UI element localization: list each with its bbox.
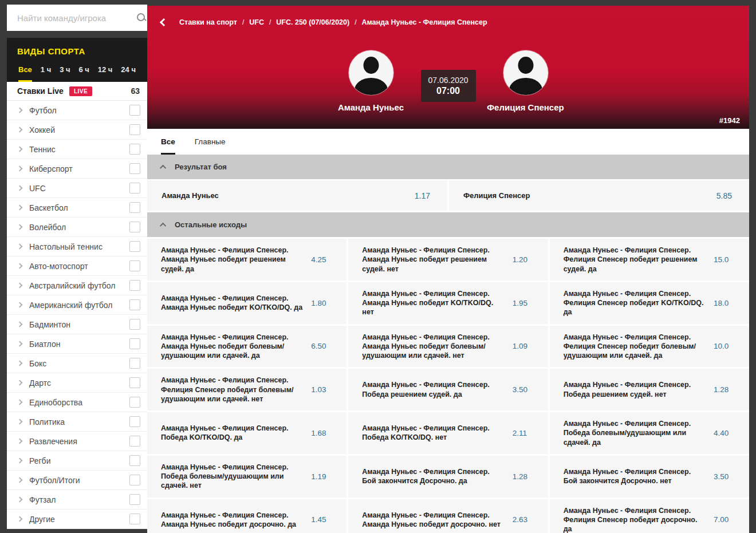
chevron-right-icon xyxy=(17,224,23,230)
outcome-name: Аманда Нуньес xyxy=(162,191,219,200)
bet-text: Аманда Нуньес - Фелиция Спенсер. Аманда … xyxy=(161,246,311,274)
sidebar-item-sport[interactable]: Настольный теннис xyxy=(7,237,147,256)
breadcrumb-item[interactable]: UFC xyxy=(249,18,264,26)
bet-cell[interactable]: Аманда Нуньес - Фелиция Спенсер. Победа … xyxy=(147,412,346,454)
sidebar-item-sport[interactable]: Австралийский футбол xyxy=(7,276,147,295)
sport-checkbox[interactable] xyxy=(129,260,140,271)
sport-checkbox[interactable] xyxy=(129,514,140,524)
bet-odds: 18.0 xyxy=(714,299,740,307)
sport-checkbox[interactable] xyxy=(129,163,140,174)
bet-cell[interactable]: Аманда Нуньес - Фелиция Спенсер. Фелиция… xyxy=(550,239,749,281)
sidebar-item-sport[interactable]: Бадминтон xyxy=(7,315,147,334)
bet-cell[interactable]: Аманда Нуньес - Фелиция Спенсер. Фелиция… xyxy=(550,326,749,368)
bet-cell[interactable]: Аманда Нуньес - Фелиция Спенсер. Аманда … xyxy=(147,326,346,368)
bet-cell[interactable]: Аманда Нуньес - Фелиция Спенсер. Фелиция… xyxy=(147,369,346,410)
bet-cell[interactable]: Аманда Нуньес - Фелиция Спенсер. Аманда … xyxy=(348,326,548,368)
chevron-right-icon xyxy=(17,361,23,366)
bet-cell[interactable]: Аманда Нуньес - Фелиция Спенсер. Фелиция… xyxy=(550,499,749,533)
result-outcome[interactable]: Аманда Нуньес 1.17 xyxy=(147,180,447,211)
sport-checkbox[interactable] xyxy=(129,338,140,349)
result-outcome[interactable]: Фелиция Спенсер 5.85 xyxy=(449,180,749,211)
time-filter[interactable]: 12 ч xyxy=(98,65,113,82)
sport-checkbox[interactable] xyxy=(129,183,140,194)
sport-checkbox[interactable] xyxy=(129,436,140,447)
sidebar-item-live[interactable]: Ставки Live LIVE 63 xyxy=(7,82,147,101)
time-filter[interactable]: 1 ч xyxy=(41,65,51,82)
sidebar-item-sport[interactable]: Дартс xyxy=(7,373,147,393)
time-filter-label: 1 ч xyxy=(41,65,51,74)
sport-checkbox[interactable] xyxy=(129,299,140,310)
chevron-right-icon xyxy=(17,419,23,425)
bet-cell[interactable]: Аманда Нуньес - Фелиция Спенсер. Аманда … xyxy=(147,239,346,281)
sidebar-item-sport[interactable]: Другие xyxy=(7,510,147,529)
sport-checkbox[interactable] xyxy=(129,241,140,252)
time-filter[interactable]: Все xyxy=(18,65,32,82)
chevron-up-icon xyxy=(160,164,166,171)
search-input[interactable] xyxy=(7,13,137,23)
sports-rows: Футбол Хоккей Теннис Киберспо xyxy=(7,101,147,529)
sport-checkbox[interactable] xyxy=(129,124,140,135)
bet-cell[interactable]: Аманда Нуньес - Фелиция Спенсер. Аманда … xyxy=(147,282,346,324)
tab-bar: Все Главные xyxy=(147,129,749,155)
sport-checkbox[interactable] xyxy=(129,377,140,388)
sidebar-item-sport[interactable]: Политика xyxy=(7,412,147,432)
section-header-result[interactable]: Результат боя xyxy=(147,155,749,179)
sport-checkbox[interactable] xyxy=(129,280,140,291)
sport-label: Футбол xyxy=(29,106,57,115)
sidebar-item-sport[interactable]: Футбол xyxy=(7,101,147,120)
breadcrumb-item[interactable]: UFC. 250 (07/06/2020) xyxy=(276,18,349,26)
bet-cell[interactable]: Аманда Нуньес - Фелиция Спенсер. Аманда … xyxy=(348,499,548,533)
bet-cell[interactable]: Аманда Нуньес - Фелиция Спенсер. Победа … xyxy=(550,369,749,410)
sport-checkbox[interactable] xyxy=(129,455,140,466)
bet-cell[interactable]: Аманда Нуньес - Фелиция Спенсер. Аманда … xyxy=(348,282,548,324)
bet-cell[interactable]: Аманда Нуньес - Фелиция Спенсер. Бой зак… xyxy=(348,456,548,498)
sidebar-item-sport[interactable]: Футбол/Итоги xyxy=(7,471,147,490)
sidebar-item-sport[interactable]: Баскетбол xyxy=(7,198,147,218)
bet-cell[interactable]: Аманда Нуньес - Фелиция Спенсер. Победа … xyxy=(348,369,548,410)
time-filter[interactable]: 24 ч xyxy=(121,65,136,82)
sidebar-item-sport[interactable]: Развлечения xyxy=(7,432,147,451)
bet-text: Аманда Нуньес - Фелиция Спенсер. Бой зак… xyxy=(362,467,512,486)
sport-checkbox[interactable] xyxy=(129,358,140,369)
sidebar-item-sport[interactable]: Теннис xyxy=(7,140,147,159)
sidebar-item-sport[interactable]: Регби xyxy=(7,451,147,471)
sport-checkbox[interactable] xyxy=(129,144,140,155)
sports-panel: ВИДЫ СПОРТА Все 1 ч 3 ч 6 ч xyxy=(7,38,147,82)
time-filter[interactable]: 3 ч xyxy=(60,65,70,82)
time-filter[interactable]: 6 ч xyxy=(78,65,89,82)
bet-cell[interactable]: Аманда Нуньес - Фелиция Спенсер. Победа … xyxy=(550,412,749,454)
live-label: Ставки Live xyxy=(17,86,64,96)
breadcrumb-item[interactable]: Аманда Нуньес - Фелиция Спенсер xyxy=(362,18,487,26)
sidebar-item-sport[interactable]: Бокс xyxy=(7,354,147,373)
sidebar-item-sport[interactable]: Американский футбол xyxy=(7,295,147,315)
sidebar-item-sport[interactable]: Единоборства xyxy=(7,393,147,412)
bet-text: Аманда Нуньес - Фелиция Спенсер. Победа … xyxy=(564,419,714,447)
sport-checkbox[interactable] xyxy=(129,416,140,427)
back-icon[interactable] xyxy=(160,18,168,26)
bet-cell[interactable]: Аманда Нуньес - Фелиция Спенсер. Бой зак… xyxy=(550,456,749,498)
sidebar-item-sport[interactable]: UFC xyxy=(7,179,147,198)
tab[interactable]: Главные xyxy=(195,129,226,155)
tab-label: Главные xyxy=(195,137,226,146)
sidebar-item-sport[interactable]: Биатлон xyxy=(7,334,147,354)
sidebar-item-sport[interactable]: Авто-мотоспорт xyxy=(7,256,147,276)
bet-cell[interactable]: Аманда Нуньес - Фелиция Спенсер. Победа … xyxy=(147,456,346,498)
bet-cell[interactable]: Аманда Нуньес - Фелиция Спенсер. Фелиция… xyxy=(550,282,749,324)
sidebar-item-sport[interactable]: Хоккей xyxy=(7,120,147,140)
sidebar-item-sport[interactable]: Киберспорт xyxy=(7,159,147,179)
section-header-other[interactable]: Остальные исходы xyxy=(147,212,749,237)
bet-cell[interactable]: Аманда Нуньес - Фелиция Спенсер. Победа … xyxy=(348,412,548,454)
bet-cell[interactable]: Аманда Нуньес - Фелиция Спенсер. Аманда … xyxy=(348,239,548,281)
sport-checkbox[interactable] xyxy=(129,222,140,232)
tab[interactable]: Все xyxy=(161,129,175,155)
sport-checkbox[interactable] xyxy=(129,494,140,505)
sport-checkbox[interactable] xyxy=(129,202,140,213)
sport-checkbox[interactable] xyxy=(129,397,140,408)
sidebar-item-sport[interactable]: Футзал xyxy=(7,490,147,510)
sport-checkbox[interactable] xyxy=(129,105,140,116)
bet-cell[interactable]: Аманда Нуньес - Фелиция Спенсер. Аманда … xyxy=(147,499,346,533)
sidebar-item-sport[interactable]: Волейбол xyxy=(7,218,147,237)
sport-checkbox[interactable] xyxy=(129,319,140,330)
sport-checkbox[interactable] xyxy=(129,475,140,485)
breadcrumb-item[interactable]: Ставки на спорт xyxy=(179,18,237,26)
